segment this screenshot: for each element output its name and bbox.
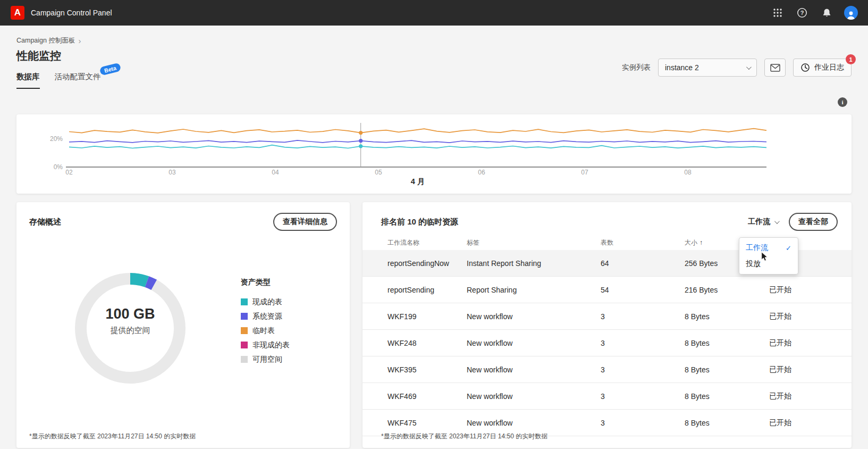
cell-size: 8 Bytes [685, 365, 769, 374]
app-switcher-button[interactable] [768, 3, 787, 22]
table-body: reportSendingNow Instant Report Sharing … [363, 250, 852, 436]
legend-swatch [241, 342, 248, 348]
resource-type-dropdown-menu: 工作流✓投放 [739, 237, 798, 275]
cell-table-count: 3 [601, 312, 685, 321]
legend-swatch [241, 313, 248, 320]
dropdown-item-投放[interactable]: 投放 [739, 256, 798, 272]
svg-text:07: 07 [581, 169, 588, 176]
page-header: Campaign 控制面板 › 性能监控 数据库 活动配置文件 Beta 实例列… [0, 26, 868, 89]
cell-workflow-name: WKF248 [387, 339, 467, 347]
cell-workflow-name: WKF395 [387, 365, 467, 374]
column-header-label[interactable]: 标签 [467, 238, 601, 247]
svg-text:?: ? [800, 10, 804, 16]
temp-resources-card: 排名前 10 的临时资源 工作流 查看全部 工作流名称 标签 表数 大小↑ re… [363, 202, 852, 448]
storage-overview-card: 存储概述 查看详细信息 100 GB 提供的空间 资产类型 现成的表系统资源临时… [16, 202, 350, 448]
svg-text:04: 04 [272, 169, 279, 176]
topbar-actions: ? [768, 3, 861, 22]
tab-database-label: 数据库 [16, 72, 40, 81]
storage-card-header: 存储概述 查看详细信息 [29, 213, 337, 231]
resource-type-dropdown-trigger[interactable]: 工作流 [748, 217, 778, 227]
cell-label: New workflow [467, 392, 601, 401]
svg-text:4 月: 4 月 [411, 177, 425, 186]
beta-badge: Beta [99, 63, 121, 76]
adobe-logo-icon[interactable]: A [11, 6, 24, 20]
column-header-table-count[interactable]: 表数 [601, 238, 685, 247]
storage-footnote: *显示的数据反映了截至 2023年11月27日 14:50 的实时数据 [29, 432, 196, 441]
resources-footnote: *显示的数据反映了截至 2023年11月27日 14:50 的实时数据 [381, 432, 547, 441]
resources-title: 排名前 10 的临时资源 [381, 217, 458, 227]
cell-status: 已开始 [769, 285, 839, 295]
chevron-down-icon [746, 64, 752, 70]
svg-text:02: 02 [65, 169, 73, 176]
table-row[interactable]: WKF248 New workflow 3 8 Bytes 已开始 [363, 330, 852, 356]
legend-item: 可用空间 [241, 352, 290, 367]
asset-type-legend: 资产类型 现成的表系统资源临时表非现成的表可用空间 [241, 278, 290, 367]
cell-size: 8 Bytes [685, 312, 769, 321]
dropdown-trigger-label: 工作流 [748, 217, 770, 227]
notifications-button[interactable] [817, 3, 836, 22]
sort-ascending-icon: ↑ [700, 239, 703, 246]
cell-size: 8 Bytes [685, 419, 769, 427]
cell-label: Report Sharing [467, 286, 601, 294]
help-icon: ? [797, 7, 807, 18]
breadcrumb-link[interactable]: Campaign 控制面板 [16, 36, 75, 45]
instance-select[interactable]: instance 2 [658, 59, 757, 77]
grid-icon [773, 8, 782, 18]
email-button[interactable] [764, 59, 786, 77]
svg-text:03: 03 [168, 169, 176, 176]
column-header-workflow-name[interactable]: 工作流名称 [387, 238, 467, 247]
dropdown-items: 工作流✓投放 [739, 240, 798, 272]
cell-label: New workflow [467, 419, 601, 427]
cell-label: New workflow [467, 365, 601, 374]
storage-total-label: 提供的空间 [111, 326, 150, 336]
legend-title: 资产类型 [241, 278, 290, 287]
cell-label: New workflow [467, 312, 601, 321]
info-row: i [16, 97, 847, 107]
jobs-log-button[interactable]: 作业日志 1 [793, 59, 852, 77]
info-icon[interactable]: i [838, 97, 847, 107]
svg-text:20%: 20% [50, 135, 63, 143]
history-clock-icon [800, 63, 810, 72]
cell-table-count: 64 [601, 259, 685, 268]
legend-label: 非现成的表 [252, 340, 290, 350]
instance-list-label: 实例列表 [622, 63, 651, 72]
table-row[interactable]: WKF469 New workflow 3 8 Bytes 已开始 [363, 383, 852, 410]
cell-table-count: 3 [601, 339, 685, 347]
cell-status: 已开始 [769, 418, 839, 428]
legend-item: 现成的表 [241, 295, 290, 309]
storage-donut-chart: 100 GB 提供的空间 [72, 270, 189, 387]
legend-swatch [241, 298, 248, 305]
cell-size: 8 Bytes [685, 392, 769, 401]
table-row[interactable]: WKF199 New workflow 3 8 Bytes 已开始 [363, 303, 852, 330]
tab-campaign-profiles[interactable]: 活动配置文件 Beta [55, 72, 101, 89]
resources-card-header: 排名前 10 的临时资源 工作流 查看全部 [363, 213, 852, 231]
bell-icon [822, 8, 832, 18]
table-row[interactable]: WKF395 New workflow 3 8 Bytes 已开始 [363, 356, 852, 383]
view-all-button[interactable]: 查看全部 [789, 213, 838, 231]
table-row[interactable]: reportSending Report Sharing 54 216 Byte… [363, 277, 852, 303]
trend-line-chart[interactable]: 20%0%020304050607084 月 [16, 114, 852, 194]
legend-swatch [241, 356, 248, 363]
legend-label: 现成的表 [252, 297, 282, 307]
resources-header-actions: 工作流 查看全部 [748, 213, 838, 231]
view-details-button[interactable]: 查看详细信息 [273, 213, 337, 231]
help-button[interactable]: ? [793, 3, 812, 22]
storage-total: 100 GB [105, 306, 155, 322]
cell-table-count: 3 [601, 365, 685, 374]
tab-database[interactable]: 数据库 [16, 72, 40, 89]
chevron-right-icon: › [78, 38, 81, 44]
cell-table-count: 3 [601, 419, 685, 427]
legend-item: 系统资源 [241, 309, 290, 323]
dropdown-item-工作流[interactable]: 工作流✓ [739, 240, 798, 256]
jobs-log-label: 作业日志 [814, 63, 844, 72]
cell-table-count: 3 [601, 392, 685, 401]
avatar[interactable] [841, 3, 861, 22]
check-icon: ✓ [786, 244, 791, 252]
cell-workflow-name: WKF475 [387, 419, 467, 427]
storage-title: 存储概述 [29, 217, 61, 227]
breadcrumb[interactable]: Campaign 控制面板 › [16, 36, 852, 45]
cell-workflow-name: reportSending [387, 286, 467, 294]
svg-text:0%: 0% [54, 163, 63, 171]
brand: A Campaign Control Panel [11, 6, 112, 20]
tab-campaign-profiles-label: 活动配置文件 [55, 72, 101, 81]
